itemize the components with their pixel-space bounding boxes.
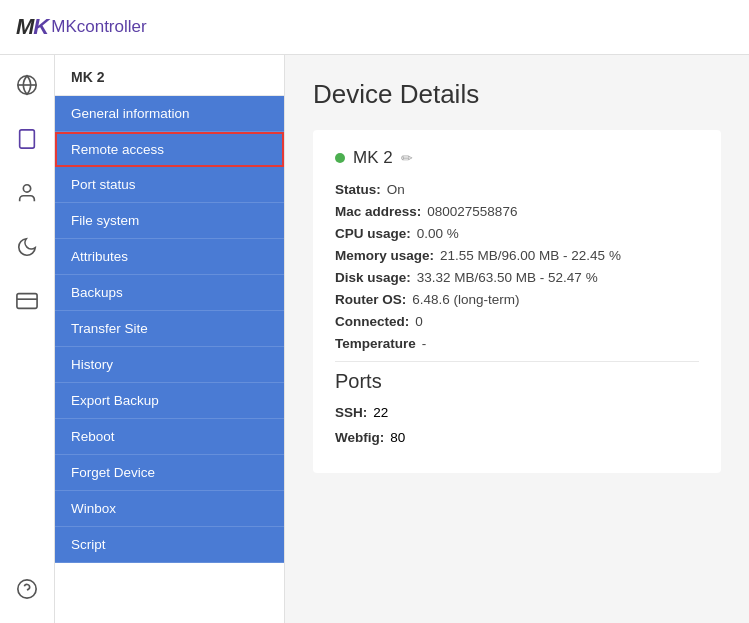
ssh-label: SSH: xyxy=(335,405,367,420)
icon-sidebar-bottom xyxy=(9,571,45,623)
page-title: Device Details xyxy=(313,79,721,110)
sidebar-menu: General informationRemote accessPort sta… xyxy=(55,96,284,563)
sidebar-item-remote-access[interactable]: Remote access xyxy=(55,132,284,167)
status-dot xyxy=(335,153,345,163)
sidebar-item-file-system[interactable]: File system xyxy=(55,203,284,239)
edit-icon[interactable]: ✏ xyxy=(401,150,413,166)
router-os-value: 6.48.6 (long-term) xyxy=(412,292,519,307)
connected-value: 0 xyxy=(415,314,423,329)
memory-label: Memory usage: xyxy=(335,248,434,263)
card-nav-icon[interactable] xyxy=(9,283,45,319)
sidebar-item-forget-device[interactable]: Forget Device xyxy=(55,455,284,491)
ssh-row: SSH: 22 xyxy=(335,405,699,420)
user-icon xyxy=(16,182,38,204)
mac-value: 080027558876 xyxy=(427,204,517,219)
user-nav-icon[interactable] xyxy=(9,175,45,211)
webfig-label: Webfig: xyxy=(335,430,384,445)
help-icon xyxy=(16,578,38,600)
router-os-label: Router OS: xyxy=(335,292,406,307)
ports-section: Ports SSH: 22 Webfig: 80 xyxy=(335,361,699,445)
moon-nav-icon[interactable] xyxy=(9,229,45,265)
logo-mk-text: MK xyxy=(16,14,48,40)
cpu-row: CPU usage: 0.00 % xyxy=(335,226,699,241)
content-area: Device Details MK 2 ✏ Status: On Mac add… xyxy=(285,55,749,623)
temperature-row: Temperature - xyxy=(335,336,699,351)
connected-label: Connected: xyxy=(335,314,409,329)
tablet-icon xyxy=(16,128,38,150)
sidebar-item-backups[interactable]: Backups xyxy=(55,275,284,311)
help-nav-icon[interactable] xyxy=(9,571,45,607)
memory-value: 21.55 MB/96.00 MB - 22.45 % xyxy=(440,248,621,263)
device-sidebar: MK 2 General informationRemote accessPor… xyxy=(55,55,285,623)
top-nav: MK MKcontroller xyxy=(0,0,749,55)
status-row: Status: On xyxy=(335,182,699,197)
svg-rect-2 xyxy=(20,130,35,148)
connected-row: Connected: 0 xyxy=(335,314,699,329)
device-card: MK 2 ✏ Status: On Mac address: 080027558… xyxy=(313,130,721,473)
disk-label: Disk usage: xyxy=(335,270,411,285)
sidebar-item-reboot[interactable]: Reboot xyxy=(55,419,284,455)
disk-row: Disk usage: 33.32 MB/63.50 MB - 52.47 % xyxy=(335,270,699,285)
card-icon xyxy=(16,290,38,312)
devices-nav-icon[interactable] xyxy=(9,121,45,157)
cpu-value: 0.00 % xyxy=(417,226,459,241)
memory-row: Memory usage: 21.55 MB/96.00 MB - 22.45 … xyxy=(335,248,699,263)
temperature-label: Temperature xyxy=(335,336,416,351)
main-layout: MK 2 General informationRemote accessPor… xyxy=(0,55,749,623)
sidebar-item-history[interactable]: History xyxy=(55,347,284,383)
router-os-row: Router OS: 6.48.6 (long-term) xyxy=(335,292,699,307)
webfig-row: Webfig: 80 xyxy=(335,430,699,445)
webfig-value: 80 xyxy=(390,430,405,445)
logo: MK MKcontroller xyxy=(16,14,147,40)
cpu-label: CPU usage: xyxy=(335,226,411,241)
sidebar-item-export-backup[interactable]: Export Backup xyxy=(55,383,284,419)
status-label: Status: xyxy=(335,182,381,197)
svg-rect-5 xyxy=(17,294,37,309)
device-name-row: MK 2 ✏ xyxy=(335,148,699,168)
icon-sidebar xyxy=(0,55,55,623)
device-name-text: MK 2 xyxy=(353,148,393,168)
temperature-value: - xyxy=(422,336,427,351)
globe-icon xyxy=(16,74,38,96)
logo-controller-text: MKcontroller xyxy=(51,17,146,37)
svg-point-7 xyxy=(18,580,36,598)
device-sidebar-title: MK 2 xyxy=(55,55,284,96)
svg-point-4 xyxy=(23,185,30,192)
sidebar-item-winbox[interactable]: Winbox xyxy=(55,491,284,527)
sidebar-item-port-status[interactable]: Port status xyxy=(55,167,284,203)
moon-icon xyxy=(16,236,38,258)
sidebar-item-attributes[interactable]: Attributes xyxy=(55,239,284,275)
sidebar-item-transfer-site[interactable]: Transfer Site xyxy=(55,311,284,347)
status-value: On xyxy=(387,182,405,197)
sidebar-item-script[interactable]: Script xyxy=(55,527,284,563)
mac-label: Mac address: xyxy=(335,204,421,219)
disk-value: 33.32 MB/63.50 MB - 52.47 % xyxy=(417,270,598,285)
mac-row: Mac address: 080027558876 xyxy=(335,204,699,219)
ssh-value: 22 xyxy=(373,405,388,420)
sidebar-item-general-information[interactable]: General information xyxy=(55,96,284,132)
globe-nav-icon[interactable] xyxy=(9,67,45,103)
ports-title: Ports xyxy=(335,361,699,393)
